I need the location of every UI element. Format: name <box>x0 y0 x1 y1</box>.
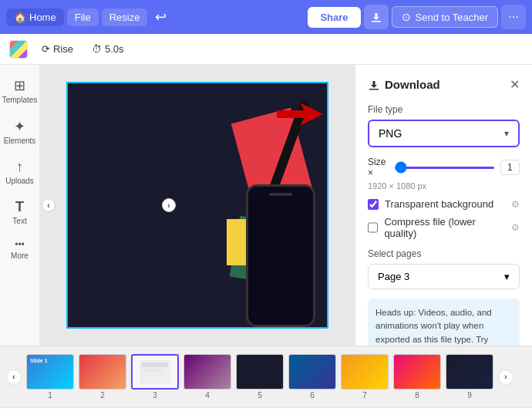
bottom-bar: Notes 43% ⊞ ⛶ ? <box>0 407 532 415</box>
animation-selector[interactable]: ⟳ Rise <box>37 41 78 57</box>
file-label: File <box>75 12 91 23</box>
film-thumb-4[interactable] <box>184 354 231 390</box>
slide-content <box>68 83 327 327</box>
animation-label: Rise <box>53 43 73 55</box>
sidebar-item-uploads[interactable]: ↑ Uploads <box>3 153 37 191</box>
duration-selector[interactable]: ⏱ 5.0s <box>87 41 129 57</box>
file-type-selector[interactable]: PNG ▾ <box>368 120 520 147</box>
info-box: Heads up: Videos, audio, and animations … <box>368 299 520 346</box>
send-to-teacher-button[interactable]: ⊙ Send to Teacher <box>392 6 498 28</box>
download-panel: Download ✕ File type PNG ▾ Size × 1 1920… <box>355 65 532 346</box>
film-thumb-1[interactable]: Slide 1 <box>26 354 74 390</box>
templates-icon: ⊞ <box>14 77 25 94</box>
left-sidebar: ⊞ Templates ✦ Elements ↑ Uploads T Text … <box>0 65 40 346</box>
text-icon: T <box>15 199 24 215</box>
film-thumb-9[interactable] <box>446 354 493 390</box>
download-nav-button[interactable] <box>364 5 389 29</box>
panel-header: Download ✕ <box>368 77 520 92</box>
more-dots-icon: ··· <box>508 10 518 24</box>
sidebar-item-templates[interactable]: ⊞ Templates <box>3 71 37 110</box>
resize-label: Resize <box>109 12 140 23</box>
page-select-row: Page 3 ▾ <box>368 264 520 289</box>
arrow-indicator <box>277 103 323 129</box>
film-item-2: 2 <box>79 354 126 400</box>
file-type-row: PNG ▾ <box>368 120 520 147</box>
panel-title-text: Download <box>385 78 440 91</box>
canvas-scroll-right[interactable]: › <box>162 198 176 212</box>
filmstrip-scroll-left[interactable]: ‹ <box>6 369 22 385</box>
film-item-9: 9 <box>446 354 493 400</box>
color-swatch[interactable] <box>9 40 28 59</box>
filmstrip: ‹ Slide 1 1 2 3 4 5 6 7 <box>0 346 532 407</box>
more-icon: ••• <box>15 239 25 250</box>
clock-icon: ⏱ <box>92 43 102 55</box>
page-selector[interactable]: Page 3 ▾ <box>368 264 520 289</box>
film-thumb-5[interactable] <box>236 354 284 390</box>
film-thumb-8[interactable] <box>393 354 441 390</box>
transparent-label[interactable]: Transparent background <box>385 198 493 210</box>
svg-rect-2 <box>277 110 306 118</box>
film-thumb-2[interactable] <box>79 354 126 390</box>
film-thumb-7[interactable] <box>341 354 389 390</box>
resize-button[interactable]: Resize <box>102 8 148 26</box>
sidebar-item-more[interactable]: ••• More <box>3 233 37 266</box>
download-nav-icon <box>370 11 382 23</box>
compress-row: Compress file (lower quality) ⚙ <box>368 216 520 239</box>
film-thumb-3[interactable] <box>131 354 179 390</box>
film-item-8: 8 <box>393 354 441 400</box>
file-button[interactable]: File <box>67 8 99 26</box>
text-label: Text <box>12 217 26 225</box>
share-button[interactable]: Share <box>308 7 360 28</box>
secondary-toolbar: ⟳ Rise ⏱ 5.0s <box>0 34 532 65</box>
undo-button[interactable]: ↩ <box>150 5 171 29</box>
transparent-checkbox[interactable] <box>368 199 379 210</box>
elements-label: Elements <box>4 137 36 145</box>
more-options-button[interactable]: ··· <box>501 5 526 29</box>
transparent-bg-row: Transparent background ⚙ <box>368 198 520 210</box>
svg-rect-3 <box>369 89 379 90</box>
canvas-scroll-left[interactable]: ‹ <box>42 198 56 212</box>
send-teacher-label: Send to Teacher <box>416 12 488 23</box>
compress-settings-icon: ⚙ <box>511 222 520 233</box>
film-item-5: 5 <box>236 354 284 400</box>
home-icon: 🏠 <box>14 12 26 23</box>
select-pages-label: Select pages <box>368 248 520 259</box>
filmstrip-scroll-right[interactable]: › <box>498 369 513 385</box>
page-value: Page 3 <box>378 271 409 282</box>
film-item-7: 7 <box>341 354 389 400</box>
size-slider[interactable] <box>395 167 494 169</box>
share-label: Share <box>320 12 348 23</box>
main-area: ⊞ Templates ✦ Elements ↑ Uploads T Text … <box>0 65 532 346</box>
download-panel-icon <box>368 79 380 91</box>
file-type-value: PNG <box>379 127 402 140</box>
compress-checkbox[interactable] <box>368 222 378 233</box>
size-number: 1 <box>500 160 520 175</box>
film-item-3: 3 <box>131 354 179 400</box>
templates-label: Templates <box>2 96 38 104</box>
compress-label[interactable]: Compress file (lower quality) <box>384 216 505 239</box>
elements-icon: ✦ <box>14 118 25 135</box>
chevron-down-icon: ▾ <box>504 128 509 139</box>
canvas-area: ‹ › <box>40 65 355 346</box>
sidebar-item-text[interactable]: T Text <box>3 193 37 231</box>
film-item-4: 4 <box>184 354 231 400</box>
more-label: More <box>11 251 29 260</box>
home-label: Home <box>29 12 56 23</box>
check-circle-icon: ⊙ <box>402 11 411 23</box>
size-row: Size × 1 <box>368 157 520 178</box>
uploads-icon: ↑ <box>16 159 23 175</box>
close-panel-button[interactable]: ✕ <box>510 77 520 92</box>
info-text: Heads up: Videos, audio, and animations … <box>375 308 504 346</box>
home-button[interactable]: 🏠 Home <box>6 8 64 26</box>
panel-title: Download <box>368 78 440 91</box>
svg-rect-0 <box>372 21 381 22</box>
top-navbar: 🏠 Home File Resize ↩ Share ⊙ Send to Tea… <box>0 0 532 34</box>
uploads-label: Uploads <box>5 177 34 185</box>
film-item-6: 6 <box>288 354 336 400</box>
canvas-slide[interactable] <box>66 82 328 329</box>
film-thumb-6[interactable] <box>288 354 336 390</box>
sidebar-item-elements[interactable]: ✦ Elements <box>3 112 37 151</box>
slide-phone-shape <box>246 184 315 327</box>
animation-icon: ⟳ <box>42 43 50 55</box>
duration-label: 5.0s <box>105 43 124 55</box>
